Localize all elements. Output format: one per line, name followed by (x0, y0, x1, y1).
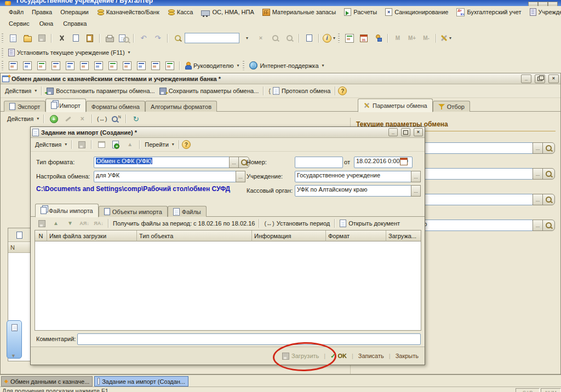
exchange-window-titlebar[interactable]: ◆ Обмен данными с казначейскими системам… (1, 73, 560, 84)
toolbar-grip[interactable] (2, 61, 3, 70)
main-book-button[interactable] (163, 60, 177, 72)
postings-summary-button[interactable] (134, 60, 148, 72)
tab-exchange-formats[interactable]: Форматы обмена (86, 101, 145, 112)
dialog-titlebar[interactable]: Задание на импорт (Создание) * _ × (31, 127, 425, 138)
toolbar-grip[interactable] (2, 33, 3, 43)
table-body-empty[interactable] (35, 241, 421, 330)
set-period-button[interactable]: (↔) (95, 113, 109, 125)
quick-search-combo[interactable] (185, 33, 239, 43)
window-close-button[interactable]: × (548, 74, 559, 83)
find-by-number-button[interactable]: N (109, 113, 123, 125)
column-header-filename[interactable]: Имя файла загрузки (47, 230, 137, 241)
param-exchange-setting-open-button[interactable] (542, 194, 555, 205)
goto-button[interactable]: Перейти▾ (142, 139, 176, 150)
menu-calculations[interactable]: Расчеты (344, 8, 377, 16)
move-down-button[interactable]: ▼ (63, 217, 77, 229)
calculator-button[interactable] (342, 32, 357, 44)
tab-exchange-parameters[interactable]: Параметры обмена (358, 99, 433, 112)
restore-exchange-params-button[interactable]: ◂ Восстановить параметры обмена... (44, 85, 157, 96)
memory-plus-button[interactable]: M+ (405, 32, 419, 44)
quick-search-input[interactable] (185, 33, 239, 43)
copy-button[interactable] (68, 32, 83, 44)
tab-import-objects[interactable]: Объекты импорта (99, 206, 168, 217)
dialog-maximize-button[interactable] (401, 128, 410, 136)
osv-report-button[interactable] (6, 60, 20, 72)
search-dropdown-button[interactable]: ▾ (239, 32, 254, 44)
param-format-setting-choose-button[interactable]: ... (533, 168, 543, 180)
set-files-period-button[interactable]: (↔) Установить период (262, 218, 332, 229)
account-turnovers-button[interactable] (106, 60, 120, 72)
menu-operations[interactable]: Операции (60, 9, 88, 15)
institution-field[interactable]: Государственное учреждение (295, 171, 413, 182)
set-current-institution-button[interactable]: Установить текущее учреждение (F11) ▾ (6, 47, 133, 58)
dialog-close-button[interactable]: × (414, 128, 423, 136)
window-restore-button[interactable] (535, 74, 545, 83)
menu-windows[interactable]: Окна (39, 20, 54, 27)
cash-organ-field[interactable]: УФК по Алтайскому краю (295, 185, 413, 197)
tab-files[interactable]: Файлы (168, 206, 207, 217)
menu-institution[interactable]: Учреждение (530, 8, 561, 16)
account-analysis-button[interactable] (49, 60, 63, 72)
cash-organ-choose-button[interactable]: ... (411, 185, 421, 197)
param-format-type-choose-button[interactable]: ... (533, 142, 543, 154)
redo-button[interactable]: ↷ (151, 32, 165, 44)
find-button[interactable] (170, 32, 185, 44)
dialog-minimize-button[interactable]: _ (388, 128, 398, 136)
menu-os-nma-npa[interactable]: ОС, НМА, НПА (201, 9, 254, 16)
sort-descending-button[interactable]: ЯА↓ (91, 217, 106, 229)
tab-format-algorithms[interactable]: Алгоритмы форматов (145, 101, 217, 112)
date-calendar-button[interactable] (399, 157, 408, 166)
subconto-turnovers-button[interactable] (120, 60, 134, 72)
delete-row-button[interactable]: × (75, 113, 89, 125)
column-header-format[interactable]: Формат (326, 230, 386, 241)
app-maximize-button[interactable] (538, 2, 548, 6)
move-item-button[interactable]: ▲ (123, 139, 137, 151)
user-permissions-button[interactable] (371, 32, 385, 44)
exchange-actions-button[interactable]: Действия▾ (3, 85, 39, 96)
save-file-button[interactable] (35, 217, 49, 229)
window-tab-import-task[interactable]: Задание на импорт (Создан... (94, 376, 188, 387)
reread-button[interactable] (75, 139, 89, 151)
write-button[interactable]: Записать (357, 351, 386, 360)
windows-list-button[interactable] (302, 32, 316, 44)
dialog-help-button[interactable]: ? (182, 140, 191, 149)
param-format-type-open-button[interactable] (542, 142, 555, 154)
param-exchange-setting-choose-button[interactable]: ... (533, 194, 543, 205)
number-field[interactable] (295, 157, 343, 168)
column-header-information[interactable]: Информация (252, 230, 326, 241)
paste-button[interactable] (83, 32, 97, 44)
menu-materials[interactable]: Материальные запасы (262, 9, 336, 16)
cut-button[interactable] (54, 32, 68, 44)
import-list-n-header[interactable]: N (8, 242, 30, 253)
tab-import[interactable]: Импорт (45, 99, 85, 112)
subconto-card-button[interactable] (91, 60, 106, 72)
menu-help[interactable]: Справка (63, 20, 87, 27)
menu-accounting[interactable]: ДтКтБухгалтерский учет (456, 8, 521, 16)
calendar-button[interactable]: 31 (357, 32, 371, 44)
open-document-button[interactable]: Открыть документ (337, 218, 402, 229)
param-cash-organ-open-button[interactable] (542, 220, 555, 231)
window-tab-exchange[interactable]: ◆ Обмен данными с казначе... (1, 376, 93, 387)
tools-button[interactable]: ▾ (439, 32, 453, 44)
toolbar-grip[interactable] (243, 61, 244, 70)
app-minimize-button[interactable] (528, 2, 538, 6)
account-card-button[interactable] (77, 60, 91, 72)
exchange-setting-field[interactable]: для УФК (94, 171, 238, 182)
save-exchange-params-button[interactable]: ▸ Сохранить параметры обмена... (157, 85, 261, 96)
dialog-actions-button[interactable]: Действия▾ (33, 139, 69, 150)
clear-search-button[interactable]: × (254, 32, 268, 44)
column-header-n[interactable]: N (35, 230, 47, 241)
menu-sanctioning[interactable]: ×Санкционирование (385, 8, 448, 16)
copy-object-button[interactable] (94, 139, 108, 151)
format-type-field[interactable]: Обмен с ОФК (УФК) (94, 157, 231, 168)
comment-field[interactable] (77, 333, 421, 345)
info-button[interactable]: i▾ (322, 32, 336, 44)
menu-cash[interactable]: Касса (168, 9, 193, 15)
edit-row-button[interactable] (61, 113, 75, 125)
subconto-analysis-button[interactable] (63, 60, 77, 72)
column-header-object-type[interactable]: Тип объекта (137, 230, 252, 241)
param-format-setting-open-button[interactable] (542, 168, 555, 180)
import-actions-button[interactable]: Действия▾ (5, 113, 41, 124)
add-row-button[interactable]: + (47, 113, 61, 125)
search-next-button[interactable] (282, 32, 296, 44)
